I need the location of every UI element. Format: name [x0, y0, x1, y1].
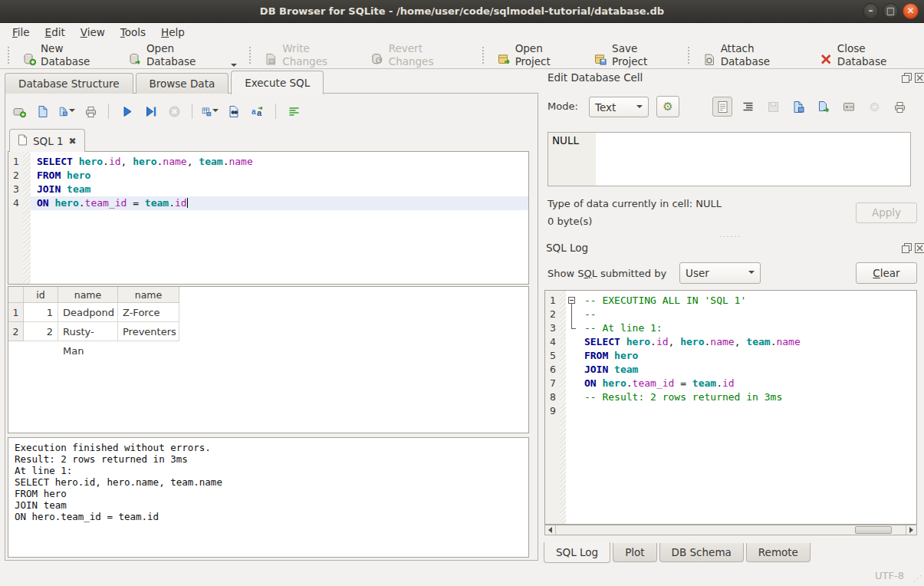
column-header[interactable]: name: [118, 287, 179, 303]
menu-item-help[interactable]: Help: [153, 25, 192, 40]
table-cell[interactable]: 2: [24, 322, 58, 341]
toolbar-button-attach-database[interactable]: Attach Database: [696, 39, 813, 71]
clear-log-button[interactable]: Clear: [856, 262, 917, 284]
scrollbar-thumb[interactable]: [855, 526, 892, 534]
find-replace-icon[interactable]: [225, 103, 242, 120]
text-cursor: [187, 198, 188, 208]
minimize-icon[interactable]: –: [863, 3, 879, 19]
save-cell-icon[interactable]: [763, 97, 783, 117]
menu-item-edit[interactable]: Edit: [38, 25, 73, 40]
save-results-icon[interactable]: [202, 103, 219, 120]
open-sql-file-icon[interactable]: [35, 103, 51, 120]
chevron-down-icon: [636, 105, 643, 108]
toolbar-button-revert-changes[interactable]: Revert Changes: [364, 39, 477, 71]
log-line-numbers: 123456789: [545, 291, 560, 524]
editor-code-area[interactable]: SELECT hero.id, hero.name, team.nameFROM…: [31, 152, 528, 284]
remove-data-icon[interactable]: [864, 97, 884, 117]
row-header[interactable]: 1: [8, 303, 24, 322]
code-line: JOIN team: [578, 363, 916, 377]
close-panel-icon[interactable]: [914, 72, 924, 83]
toolbar-button-close-database[interactable]: Close Database: [813, 39, 924, 71]
dock-tab-sql-log[interactable]: SQL Log: [544, 542, 610, 563]
close-tab-icon[interactable]: ✖: [69, 136, 77, 146]
column-header[interactable]: name: [58, 287, 118, 303]
log-filter-value: User: [686, 267, 748, 279]
mode-select[interactable]: Text: [589, 97, 649, 117]
stop-icon[interactable]: [166, 103, 182, 120]
splitter-handle-right[interactable]: ......: [719, 232, 742, 237]
code-line: --: [578, 308, 916, 321]
dock-tab-db-schema[interactable]: DB Schema: [659, 543, 744, 562]
apply-format-icon: ⚙: [663, 100, 672, 114]
print-cell-icon[interactable]: [889, 97, 909, 117]
scroll-left-icon[interactable]: [545, 525, 556, 535]
save-sql-file-icon[interactable]: [58, 103, 75, 120]
tab-browse-data[interactable]: Browse Data: [136, 73, 229, 94]
column-header[interactable]: id: [24, 287, 58, 303]
word-wrap-icon[interactable]: [285, 103, 302, 120]
table-cell[interactable]: Preventers: [118, 322, 179, 341]
dock-tab-remote[interactable]: Remote: [746, 543, 811, 562]
line-number: 6: [545, 363, 560, 377]
table-cell[interactable]: 1: [24, 303, 58, 322]
scroll-right-icon[interactable]: [906, 525, 916, 535]
fold-marker[interactable]: [566, 321, 578, 335]
toolbar-button-open-database[interactable]: Open Database: [122, 39, 244, 71]
toolbar-separator: [192, 104, 192, 119]
attach-database-icon: [703, 53, 716, 68]
close-log-panel-icon[interactable]: [914, 242, 924, 253]
sql-editor[interactable]: 1234 SELECT hero.id, hero.name, team.nam…: [8, 151, 529, 285]
toolbar-button-write-changes[interactable]: Write Changes: [258, 39, 363, 71]
indent-icon[interactable]: [738, 97, 758, 117]
cell-value: NULL: [552, 134, 579, 146]
table-cell[interactable]: Z-Force: [118, 303, 179, 322]
maximize-icon[interactable]: □: [883, 3, 899, 19]
new-sql-tab-icon[interactable]: [11, 103, 28, 120]
menu-item-view[interactable]: View: [73, 25, 113, 40]
row-header[interactable]: 2: [8, 322, 24, 341]
fold-marker[interactable]: [566, 308, 578, 321]
cell-value-editor[interactable]: NULL: [547, 132, 911, 186]
log-horizontal-scrollbar[interactable]: [544, 525, 917, 535]
text-view-icon[interactable]: [712, 97, 732, 117]
close-icon[interactable]: ✕: [903, 3, 919, 19]
toolbar-separator: [249, 47, 252, 64]
toolbar-button-save-project[interactable]: Save Project: [587, 39, 682, 71]
table-cell[interactable]: Deadpond: [58, 303, 118, 322]
toolbar-separator: [275, 104, 276, 119]
apply-format-button[interactable]: ⚙: [656, 96, 679, 117]
open-external-icon[interactable]: [839, 97, 859, 117]
fold-cell: [566, 335, 578, 349]
menu-item-tools[interactable]: Tools: [113, 25, 153, 40]
resize-grip[interactable]: ⋰: [913, 574, 922, 584]
open-project-icon: [498, 53, 511, 68]
import-data-icon[interactable]: [788, 97, 808, 117]
sql-editor-tab[interactable]: SQL 1 ✖: [9, 129, 85, 152]
apply-button[interactable]: Apply: [856, 202, 917, 223]
format-sql-icon[interactable]: aa: [249, 103, 266, 120]
dock-tab-plot[interactable]: Plot: [613, 543, 656, 562]
execute-current-line-icon[interactable]: [142, 103, 159, 120]
line-number: 1: [8, 155, 23, 169]
table-cell[interactable]: Rusty-Man: [58, 322, 118, 341]
log-filter-select[interactable]: User: [679, 262, 761, 284]
export-data-icon[interactable]: [814, 97, 834, 117]
print-icon[interactable]: [82, 103, 99, 120]
toolbar-button-open-project[interactable]: Open Project: [491, 39, 587, 71]
line-number: 8: [545, 390, 560, 404]
float-log-panel-icon[interactable]: [901, 242, 912, 253]
chevron-down-icon: [231, 64, 237, 67]
close-database-icon: [820, 53, 833, 68]
tab-execute-sql[interactable]: Execute SQL: [231, 71, 324, 94]
execute-all-icon[interactable]: [118, 103, 135, 120]
line-number: 3: [8, 183, 23, 196]
fold-marker[interactable]: [566, 294, 578, 308]
toolbar-button-label: Revert Changes: [389, 42, 470, 68]
menu-item-file[interactable]: File: [5, 25, 38, 40]
line-number: 4: [8, 196, 23, 210]
float-panel-icon[interactable]: [901, 72, 912, 83]
tab-database-structure[interactable]: Database Structure: [5, 73, 133, 94]
fold-cell: [566, 349, 578, 363]
edit-cell-title: Edit Database Cell: [547, 71, 643, 84]
toolbar-button-new-database[interactable]: New Database: [16, 39, 122, 71]
